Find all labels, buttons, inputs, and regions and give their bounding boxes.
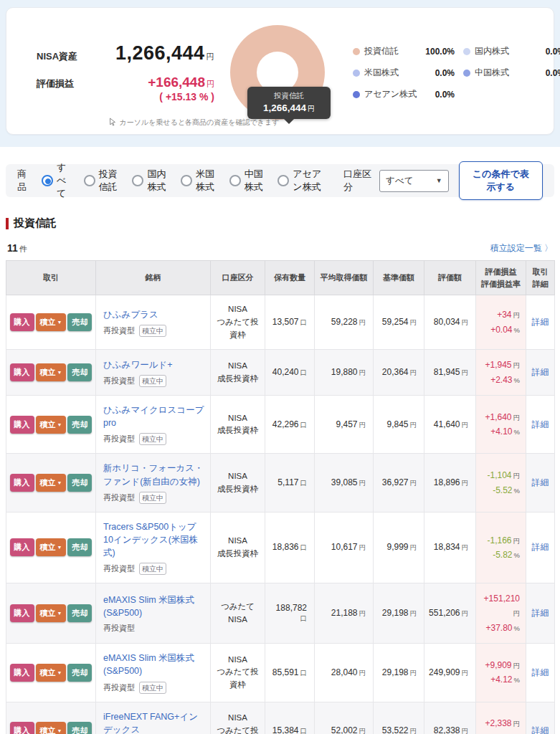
radio-icon[interactable] — [84, 175, 95, 186]
chevron-right-icon: 〉 — [544, 243, 553, 253]
count-row: 11件 積立設定一覧 〉 — [7, 242, 553, 254]
pl-rate: ( +15.13 % ) — [37, 91, 214, 103]
pl-value: +166,448円 — [148, 75, 214, 90]
tsumitate-caret-icon: ▼ — [57, 370, 62, 375]
tsumitate-button[interactable]: 積立▼ — [36, 363, 67, 381]
sell-button[interactable]: 売却 — [67, 313, 92, 331]
nav-cell: 29,198円 — [374, 583, 424, 644]
tsumitate-caret-icon: ▼ — [57, 545, 62, 550]
tsumitate-active-badge: 積立中 — [139, 682, 166, 694]
pl-rate: +4.10% — [480, 424, 520, 439]
detail-cell: 詳細 — [526, 396, 555, 454]
tsumitate-button[interactable]: 積立▼ — [36, 538, 67, 556]
avg-cost-cell: 9,457円 — [315, 396, 374, 454]
sell-button[interactable]: 売却 — [67, 474, 92, 492]
buy-button[interactable]: 購入 — [10, 664, 34, 682]
radio-icon[interactable] — [277, 175, 289, 186]
buy-button[interactable]: 購入 — [10, 416, 34, 434]
radio-icon[interactable] — [42, 175, 53, 186]
buy-button[interactable]: 購入 — [10, 474, 34, 492]
tsumitate-active-badge: 積立中 — [139, 325, 166, 337]
detail-link[interactable]: 詳細 — [532, 542, 549, 552]
product-radio-option[interactable]: 国内株式 — [132, 168, 171, 194]
valuation-cell: 551,206円 — [424, 583, 476, 644]
pl-cell: +1,640円 +4.10% — [476, 396, 526, 454]
buy-button[interactable]: 購入 — [10, 363, 34, 381]
asset-label: NISA資産 — [37, 50, 77, 63]
detail-link[interactable]: 詳細 — [532, 419, 549, 429]
sell-button[interactable]: 売却 — [67, 363, 92, 381]
product-radio-option[interactable]: 投資信託 — [84, 168, 123, 194]
product-radio-option[interactable]: アセアン株式 — [277, 168, 331, 194]
valuation-cell: 81,945円 — [424, 350, 476, 396]
trade-actions-cell: 購入積立▼売却 — [6, 702, 96, 734]
buy-button[interactable]: 購入 — [10, 313, 34, 331]
tsumitate-button[interactable]: 積立▼ — [36, 416, 67, 434]
detail-link[interactable]: 詳細 — [532, 317, 549, 327]
fund-type-label: 再投資型 — [103, 492, 135, 503]
product-radio-option[interactable]: すべて — [42, 161, 74, 200]
sell-button[interactable]: 売却 — [67, 722, 92, 734]
fund-name-link[interactable]: ひふみワールド+ — [103, 360, 173, 370]
nav-cell: 29,198円 — [374, 644, 424, 702]
tsumitate-active-badge: 積立中 — [139, 375, 166, 387]
tsumitate-button[interactable]: 積立▼ — [36, 604, 67, 622]
fund-name-link[interactable]: eMAXIS Slim 米国株式(S&P500) — [103, 595, 194, 618]
filter-bar: 商品 すべて投資信託国内株式米国株式中国株式アセアン株式 口座区分 すべて ▼ … — [6, 164, 554, 197]
tsumitate-button[interactable]: 積立▼ — [36, 313, 67, 331]
tsumitate-button[interactable]: 積立▼ — [36, 474, 67, 492]
tsumitate-active-badge: 積立中 — [139, 563, 166, 575]
legend-item: 国内株式0.0% — [463, 45, 560, 57]
table-row: 購入積立▼売却 ひふみマイクロスコープpro 再投資型 積立中 NISA成長投資… — [6, 396, 555, 454]
nav-cell: 9,999円 — [374, 512, 424, 583]
fund-type-label: 再投資型 — [103, 434, 135, 444]
detail-link[interactable]: 詳細 — [532, 667, 549, 677]
trade-actions-cell: 購入積立▼売却 — [6, 644, 96, 702]
fund-name-link[interactable]: iFreeNEXT FANG+インデックス — [103, 712, 198, 734]
radio-icon[interactable] — [132, 175, 143, 186]
product-radio-option[interactable]: 中国株式 — [229, 168, 268, 194]
detail-link[interactable]: 詳細 — [532, 608, 549, 618]
quantity-cell: 42,296口 — [265, 396, 315, 454]
nav-cell: 20,364円 — [374, 350, 424, 396]
quantity-cell: 188,782口 — [265, 583, 315, 644]
legend-label: 国内株式 — [475, 45, 509, 57]
column-header: 口座区分 — [211, 261, 265, 295]
section-accent-bar — [6, 218, 9, 229]
fund-name-link[interactable]: 新ホリコ・フォーカス・ファンド(新自由の女神) — [103, 463, 204, 486]
fund-name-link[interactable]: Tracers S&P500トップ10インデックス(米国株式) — [103, 522, 198, 558]
fund-name-link[interactable]: eMAXIS Slim 米国株式(S&P500) — [103, 653, 194, 676]
tsumitate-button[interactable]: 積立▼ — [36, 664, 67, 682]
tsumitate-caret-icon: ▼ — [57, 670, 62, 675]
fund-name-link[interactable]: ひふみプラス — [103, 310, 158, 320]
pl-cell: +151,210円 +37.80% — [476, 583, 526, 644]
sell-button[interactable]: 売却 — [67, 416, 92, 434]
account-type-cell: NISA成長投資枠 — [211, 512, 265, 583]
account-type-cell: NISAつみたて投資枠 — [211, 702, 265, 734]
detail-link[interactable]: 詳細 — [532, 477, 549, 487]
avg-cost-cell: 39,085円 — [315, 454, 374, 512]
donut-tooltip: 投資信託 1,266,444円 — [247, 87, 331, 119]
tsumitate-settings-link[interactable]: 積立設定一覧 〉 — [490, 242, 553, 254]
buy-button[interactable]: 購入 — [10, 722, 34, 734]
valuation-cell: 41,640円 — [424, 396, 476, 454]
trade-actions-cell: 購入積立▼売却 — [6, 583, 96, 644]
column-header: 取引 — [6, 261, 96, 295]
sell-button[interactable]: 売却 — [67, 538, 92, 556]
legend-item: 米国株式0.0% — [353, 67, 460, 79]
detail-link[interactable]: 詳細 — [532, 367, 549, 377]
fund-name-link[interactable]: ひふみマイクロスコープpro — [103, 405, 204, 428]
sell-button[interactable]: 売却 — [67, 664, 92, 682]
tsumitate-caret-icon: ▼ — [57, 320, 62, 325]
apply-filter-button[interactable]: この条件で表示する — [459, 161, 543, 200]
fund-type-label: 再投資型 — [103, 623, 135, 634]
buy-button[interactable]: 購入 — [10, 604, 34, 622]
product-radio-option[interactable]: 米国株式 — [181, 168, 219, 194]
radio-icon[interactable] — [229, 175, 241, 186]
buy-button[interactable]: 購入 — [10, 538, 34, 556]
account-type-select[interactable]: すべて ▼ — [379, 170, 449, 192]
tsumitate-button[interactable]: 積立▼ — [36, 722, 67, 734]
radio-icon[interactable] — [181, 175, 192, 186]
sell-button[interactable]: 売却 — [67, 604, 92, 622]
detail-link[interactable]: 詳細 — [532, 725, 549, 734]
